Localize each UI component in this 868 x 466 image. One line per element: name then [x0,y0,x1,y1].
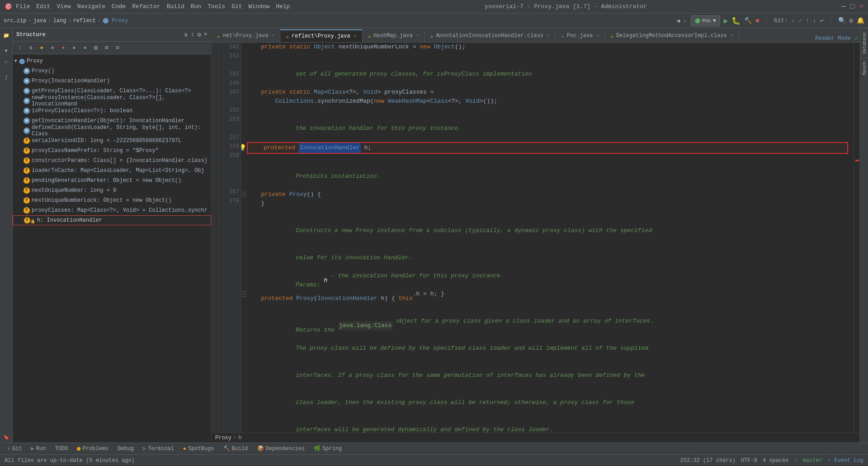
run-config-button[interactable]: ⬤ Poc ▼ [691,15,720,26]
breadcrumb-java[interactable]: java [33,18,47,24]
project-icon[interactable]: 📁 [1,30,12,41]
struct-icon8[interactable]: ⊟ [113,43,122,52]
close-button[interactable]: × [859,3,863,11]
reader-mode-btn[interactable]: Reader Mode [815,35,851,42]
close-tab-btn[interactable]: × [354,34,357,39]
git-rollback[interactable]: ↩ [820,17,824,24]
settings-icon[interactable]: ⚙ [197,31,201,38]
window-controls[interactable]: ─ □ × [841,3,863,11]
git-check2[interactable]: ✓ [798,17,802,24]
back-button[interactable]: ◀ [676,17,680,24]
struct-icon7[interactable]: ⊞ [102,43,111,52]
problems-tab[interactable]: Problems [73,445,112,453]
status-encoding[interactable]: UTF-8 [741,457,757,464]
git-check1[interactable]: ✓ [792,17,795,24]
tree-item-0[interactable]: m Proxy() [13,66,211,76]
menu-help[interactable]: Help [276,3,290,10]
tree-item-10[interactable]: f loaderToCache: Map<ClassLoader, Map<Li… [13,166,211,176]
close-tab-btn[interactable]: × [547,33,550,38]
tree-root-proxy[interactable]: ▶ ⬤ Proxy [13,56,211,66]
breadcrumb-lang[interactable]: lang [53,18,66,24]
minimize-button[interactable]: ─ [841,3,846,11]
tab-hashmap[interactable]: ☕ HashMap.java × [363,29,425,42]
fold-indicator-267[interactable]: − [241,291,246,297]
structure-actions[interactable]: ⇅ ↕ ⚙ × [184,31,208,38]
notifications-button[interactable]: 🔔 [857,17,864,24]
event-log-btn[interactable]: ⚡ Event Log [828,457,863,464]
tree-item-9[interactable]: f constructorParams: Class[] = {Invocati… [13,156,211,166]
struct-icon2[interactable]: ● [48,43,57,52]
tree-item-14[interactable]: f proxyClasses: Map<Class<?>, Void> = Co… [13,205,211,215]
maximize-button[interactable]: □ [850,3,855,11]
close-tab-btn[interactable]: × [272,33,274,38]
bookmarks-icon[interactable]: 🔖 [1,432,12,442]
status-branch[interactable]: master [803,457,822,464]
struct-sort2-btn[interactable]: ⇅ [26,43,35,52]
tab-poc[interactable]: ☕ Poc.java × [556,29,605,42]
forward-button[interactable]: ▶ [684,17,687,24]
tab-annotation[interactable]: ☕ AnnotationInvocationHandler.class × [425,29,556,42]
sort-visibility-button[interactable]: ↕ [191,31,194,38]
run-tab[interactable]: ▶ Run [28,444,50,453]
menu-run[interactable]: Run [191,3,201,10]
git-tab[interactable]: ⑂ Git [4,445,26,453]
terminal-tab[interactable]: ▷ Terminal [139,444,178,453]
breadcrumb-bottom-proxy[interactable]: Proxy [215,435,231,441]
struct-icon3[interactable]: ● [59,43,68,52]
build-tab[interactable]: 🔨 Build [220,444,252,453]
struct-icon5[interactable]: ● [80,43,90,52]
settings-button[interactable]: ⚙ [849,17,853,24]
git-pull[interactable]: ↓ [813,17,816,24]
menu-git[interactable]: Git [231,3,242,10]
breadcrumb-srczipitem[interactable]: src.zip [4,18,26,24]
tree-item-13[interactable]: f nextUniqueNumberLock: Object = new Obj… [13,195,211,205]
tree-item-8[interactable]: f proxyClassNamePrefix: String = "$Proxy… [13,146,211,156]
spring-tab[interactable]: 🌿 Spring [310,444,345,453]
maven-panel-btn[interactable]: Maven [860,57,868,79]
struct-icon1[interactable]: ● [37,43,46,52]
branches-icon[interactable]: ⑂ [1,57,12,68]
menu-tools[interactable]: Tools [208,3,225,10]
struct-icon6[interactable]: ▤ [91,43,100,52]
pullrequests-icon[interactable]: ⤴ [1,72,12,83]
tab-net-proxy[interactable]: ☕ net\Proxy.java × [212,29,280,42]
commit-icon[interactable]: ● [1,45,12,56]
menu-navigate[interactable]: Navigate [77,3,105,10]
debug-button[interactable]: 🐛 [731,16,741,25]
dependencies-tab[interactable]: 📦 Dependencies [254,444,308,453]
breadcrumb-proxy[interactable]: ⬤ Proxy [103,17,128,24]
sort-alpha-button[interactable]: ⇅ [184,31,188,38]
tree-item-1[interactable]: m Proxy(InvocationHandler) [13,76,211,86]
tab-delegating[interactable]: ☕ DelegatingMethodAccessorImpl.class × [605,29,739,42]
git-push[interactable]: ↑ [806,17,809,24]
breadcrumb-reflect[interactable]: reflect [73,18,96,24]
debug-tab[interactable]: Debug [114,445,137,453]
close-structure-button[interactable]: × [204,31,208,38]
menu-refactor[interactable]: Refactor [132,3,160,10]
tree-item-4[interactable]: m isProxyClass(Class<?>): boolean [13,106,211,116]
spotbugs-tab[interactable]: ● SpotBugs [179,445,218,453]
tree-item-6[interactable]: m defineClass0(ClassLoader, String, byte… [13,126,211,136]
database-panel-btn[interactable]: Database [860,28,868,57]
tree-item-7[interactable]: f serialVersionUID: long = -222256805686… [13,136,211,146]
menu-file[interactable]: File [16,3,30,10]
struct-icon4[interactable]: ● [70,43,79,52]
menu-build[interactable]: Build [167,3,184,10]
tree-item-15-selected[interactable]: f 🔒 h: InvocationHandler [13,215,211,225]
tab-reflect-proxy[interactable]: ☕ reflect\Proxy.java × [280,29,362,42]
menu-bar[interactable]: File Edit View Navigate Code Refactor Bu… [16,3,290,10]
tree-item-11[interactable]: f pendingGenerationMarker: Object = new … [13,176,211,185]
stop-button[interactable]: ■ [755,17,759,24]
fold-indicator-257[interactable]: − [241,192,246,197]
todo-tab[interactable]: TODO [51,445,71,453]
close-tab-btn[interactable]: × [731,33,733,38]
status-position[interactable]: 252:32 (17 chars) [680,457,735,464]
tree-item-3[interactable]: m newProxyInstance(ClassLoader, Class<?>… [13,96,211,106]
struct-sort-btn[interactable]: ↕ [15,43,24,52]
bulb-icon[interactable]: 💡 [241,143,246,152]
menu-window[interactable]: Window [249,3,270,10]
build-button[interactable]: 🔨 [744,17,752,24]
run-button[interactable]: ▶ [724,16,728,25]
tree-item-12[interactable]: f nextUniqueNumber: long = 0 [13,185,211,195]
close-tab-btn[interactable]: × [596,33,599,38]
